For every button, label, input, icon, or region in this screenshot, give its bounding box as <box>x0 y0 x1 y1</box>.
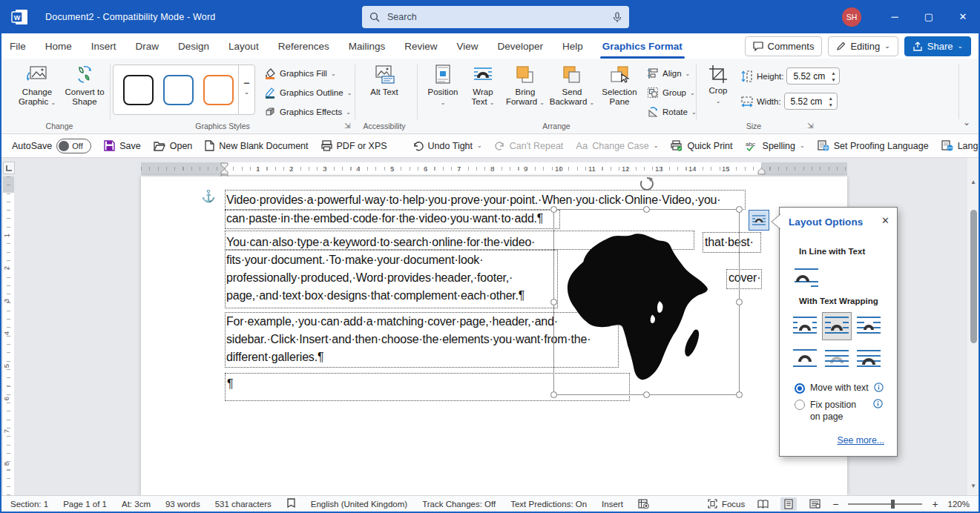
selection-pane-button[interactable]: Selection Pane <box>598 64 641 107</box>
body-text-line[interactable]: can·paste·in·the·embed·code·for·the·vide… <box>226 212 543 225</box>
height-stepper[interactable]: ▲▼ <box>827 68 839 84</box>
info-icon[interactable] <box>873 399 883 408</box>
tab-developer[interactable]: Developer <box>488 33 553 59</box>
vertical-ruler[interactable]: 1 2 3 4 5 6 7 8 <box>3 176 14 495</box>
scroll-up-icon[interactable]: ▲ <box>970 179 976 185</box>
zoom-in-button[interactable]: + <box>932 498 938 510</box>
wrap-option-inline[interactable] <box>792 262 821 291</box>
radio-move-with-text[interactable]: Move with text <box>795 383 884 394</box>
pdf-or-xps-button[interactable]: PDF or XPS <box>321 140 387 151</box>
dialog-launcher-icon[interactable]: ⇲ <box>344 122 350 130</box>
tab-view[interactable]: View <box>447 33 487 59</box>
tab-selector-button[interactable] <box>3 162 15 174</box>
read-mode-button[interactable] <box>754 497 771 511</box>
resize-handle-se[interactable] <box>736 391 743 398</box>
set-proofing-language-button[interactable]: Set Proofing Language <box>818 140 929 151</box>
proofing-status-icon[interactable] <box>286 498 296 509</box>
status-page[interactable]: Page 1 of 1 <box>63 500 107 509</box>
body-text-line[interactable]: fits·your·document.·To·make·your·documen… <box>226 254 483 267</box>
body-text-line[interactable]: For·example,·you·can·add·a·matching·cove… <box>226 315 558 328</box>
minimize-button[interactable]: ─ <box>878 0 912 33</box>
height-input[interactable]: 5.52 cm ▲▼ <box>786 67 840 85</box>
bring-forward-button[interactable]: Bring Forward ⌄ <box>504 64 546 107</box>
body-text-line[interactable]: sidebar.·Click·Insert·and·then·choose·th… <box>226 333 591 346</box>
rotate-handle[interactable] <box>639 176 654 191</box>
resize-handle-ne[interactable] <box>736 206 743 213</box>
tab-references[interactable]: References <box>269 33 339 59</box>
spelling-button[interactable]: abc Spelling⌄ <box>746 140 805 151</box>
maximize-button[interactable]: ▢ <box>912 0 946 33</box>
radio-fix-position[interactable]: Fix position on page <box>795 399 889 423</box>
comments-button[interactable]: Comments <box>745 36 823 56</box>
alt-text-button[interactable]: Alt Text <box>364 64 405 97</box>
word-app-icon[interactable]: W <box>11 8 29 26</box>
zoom-slider[interactable] <box>848 503 922 505</box>
graphics-style-swatch-black[interactable] <box>123 75 154 105</box>
status-words[interactable]: 93 words <box>165 500 200 509</box>
resize-handle-sw[interactable] <box>550 391 557 398</box>
status-insert-mode[interactable]: Insert <box>602 500 623 509</box>
status-text-predictions[interactable]: Text Predictions: On <box>510 500 587 509</box>
wrap-option-behind-text[interactable] <box>822 345 852 373</box>
wrap-option-in-front[interactable] <box>854 345 884 373</box>
wrap-option-top-bottom[interactable] <box>790 345 820 373</box>
align-button[interactable]: Align⌄ <box>647 65 690 82</box>
zoom-slider-thumb[interactable] <box>891 500 895 509</box>
body-text-line[interactable]: different·galleries.¶ <box>226 351 323 364</box>
position-button[interactable]: Position⌄ <box>424 64 461 107</box>
width-stepper[interactable]: ▲▼ <box>825 93 837 109</box>
graphics-style-swatch-blue[interactable] <box>163 75 194 105</box>
new-blank-document-button[interactable]: New Blank Document <box>205 140 308 151</box>
undo-button[interactable]: Undo Tight⌄ <box>412 141 482 151</box>
print-layout-button[interactable] <box>780 497 797 511</box>
convert-to-shape-button[interactable]: Convert to Shape <box>62 64 107 107</box>
resize-handle-w[interactable] <box>550 299 557 305</box>
resize-handle-nw[interactable] <box>550 206 557 213</box>
wrap-option-through[interactable] <box>854 312 884 340</box>
graphics-styles-gallery[interactable]: ▔⌄ <box>113 64 255 115</box>
panel-close-icon[interactable]: ✕ <box>881 215 889 226</box>
tab-review[interactable]: Review <box>395 33 447 59</box>
wrap-option-tight-selected[interactable] <box>822 312 852 340</box>
zoom-level[interactable]: 120% <box>948 500 970 509</box>
gallery-more-button[interactable]: ▔⌄ <box>238 65 254 114</box>
tab-file[interactable]: File <box>0 33 36 59</box>
zoom-out-button[interactable]: − <box>832 498 838 510</box>
close-button[interactable]: ✕ <box>946 0 980 33</box>
first-line-indent-marker[interactable] <box>220 162 228 175</box>
empty-paragraph-mark[interactable]: ¶ <box>227 377 233 391</box>
graphic-selection-box[interactable] <box>553 209 740 395</box>
tab-insert[interactable]: Insert <box>82 33 126 59</box>
account-avatar[interactable]: SH <box>842 7 861 27</box>
save-button[interactable]: Save <box>104 140 141 151</box>
scrollbar-thumb[interactable] <box>970 210 977 343</box>
search-box[interactable]: Search <box>362 6 629 28</box>
status-track-changes[interactable]: Track Changes: Off <box>422 500 496 509</box>
body-text-line[interactable]: You·can·also·type·a·keyword·to·search·on… <box>226 236 535 249</box>
change-graphic-button[interactable]: Change Graphic ⌄ <box>15 64 59 107</box>
wrap-option-square[interactable] <box>790 312 820 340</box>
resize-handle-s[interactable] <box>643 391 650 398</box>
crop-button[interactable]: Crop⌄ <box>702 64 734 106</box>
group-button[interactable]: Group⌄ <box>647 85 695 101</box>
quick-print-button[interactable]: Quick Print <box>671 140 732 151</box>
status-language[interactable]: English (United Kingdom) <box>311 500 407 509</box>
width-input[interactable]: 5.52 cm ▲▼ <box>784 93 838 110</box>
send-backward-button[interactable]: Send Backward ⌄ <box>549 64 595 107</box>
tab-mailings[interactable]: Mailings <box>339 33 395 59</box>
size-dialog-launcher-icon[interactable]: ⇲ <box>807 122 813 130</box>
info-icon[interactable] <box>874 383 884 392</box>
body-text-line[interactable]: Video·provides·a·powerful·way·to·help·yo… <box>226 193 720 207</box>
rotate-button[interactable]: Rotate⌄ <box>647 104 697 120</box>
tab-graphics-format[interactable]: Graphics Format <box>593 33 692 59</box>
macro-record-icon[interactable] <box>638 499 649 509</box>
tab-layout[interactable]: Layout <box>219 33 269 59</box>
graphics-outline-button[interactable]: Graphics Outline⌄ <box>264 85 352 101</box>
body-text-line[interactable]: page,·and·text·box·designs·that·compleme… <box>226 289 524 302</box>
editing-dropdown[interactable]: Editing⌄ <box>828 36 898 56</box>
graphics-style-swatch-orange[interactable] <box>203 75 234 105</box>
wrap-text-button[interactable]: Wrap Text ⌄ <box>464 64 501 107</box>
web-layout-button[interactable] <box>806 497 823 511</box>
layout-options-launcher-button[interactable] <box>749 210 769 231</box>
status-section[interactable]: Section: 1 <box>10 500 48 509</box>
